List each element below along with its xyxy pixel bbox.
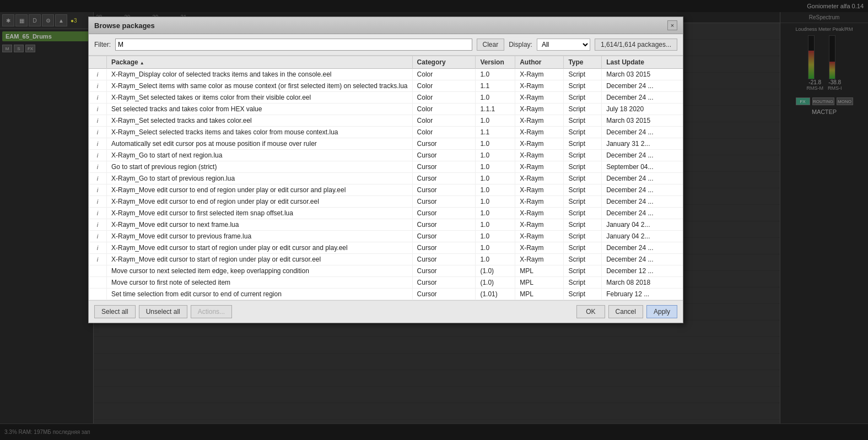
- row-author: X-Raym: [515, 196, 564, 208]
- table-row[interactable]: Set time selection from edit cursor to e…: [89, 289, 683, 300]
- table-row[interactable]: i X-Raym_Move edit cursor to first selec…: [89, 208, 683, 219]
- row-category: Cursor: [412, 196, 476, 208]
- row-package: Set selected tracks and takes color from…: [107, 104, 413, 115]
- row-type: Script: [564, 161, 602, 173]
- row-category: Cursor: [412, 173, 476, 184]
- row-package: X-Raym_Move edit cursor to end of region…: [107, 184, 413, 196]
- row-lastupdate: January 31 2...: [602, 138, 683, 150]
- table-row[interactable]: i X-Raym_Set selected takes or items col…: [89, 92, 683, 104]
- table-row[interactable]: i X-Raym_Select selected tracks items an…: [89, 127, 683, 138]
- select-all-button[interactable]: Select all: [94, 305, 136, 318]
- row-lastupdate: July 18 2020: [602, 104, 683, 115]
- display-select[interactable]: All Installed Not Installed: [537, 39, 590, 51]
- cancel-button[interactable]: Cancel: [608, 305, 643, 318]
- table-row[interactable]: i X-Raym_Move edit cursor to start of re…: [89, 254, 683, 265]
- row-version: 1.0: [476, 138, 515, 150]
- row-icon: i: [89, 254, 107, 265]
- table-row[interactable]: Move cursor to first note of selected it…: [89, 277, 683, 289]
- row-version: 1.0: [476, 173, 515, 184]
- apply-button[interactable]: Apply: [646, 305, 677, 318]
- row-lastupdate: December 24 ...: [602, 173, 683, 184]
- row-category: Cursor: [412, 150, 476, 161]
- row-category: Cursor: [412, 138, 476, 150]
- row-lastupdate: December 24 ...: [602, 127, 683, 138]
- filter-input[interactable]: [115, 39, 472, 51]
- col-header-version[interactable]: Version: [476, 56, 515, 69]
- row-lastupdate: December 24 ...: [602, 80, 683, 92]
- table-row[interactable]: i Set selected tracks and takes color fr…: [89, 104, 683, 115]
- row-lastupdate: December 24 ...: [602, 242, 683, 254]
- packages-table-container[interactable]: Package▲ Category Version Author Type La…: [89, 56, 683, 300]
- row-type: Script: [564, 254, 602, 265]
- table-row[interactable]: i X-Raym_Select items with same color as…: [89, 80, 683, 92]
- table-row[interactable]: i X-Raym_Move edit cursor to end of regi…: [89, 184, 683, 196]
- row-lastupdate: March 03 2015: [602, 69, 683, 80]
- row-type: Script: [564, 231, 602, 242]
- dialog-title-bar[interactable]: Browse packages ×: [89, 17, 683, 34]
- row-author: X-Raym: [515, 92, 564, 104]
- col-header-category[interactable]: Category: [412, 56, 476, 69]
- col-header-package[interactable]: Package▲: [107, 56, 413, 69]
- table-row[interactable]: i Automatically set edit cursor pos at m…: [89, 138, 683, 150]
- row-icon: i: [89, 219, 107, 231]
- col-header-lastupdate[interactable]: Last Update: [602, 56, 683, 69]
- ok-button[interactable]: OK: [576, 305, 605, 318]
- row-author: X-Raym: [515, 115, 564, 127]
- row-package: X-Raym_Set selected takes or items color…: [107, 92, 413, 104]
- table-row[interactable]: i Go to start of previous region (strict…: [89, 161, 683, 173]
- table-row[interactable]: i X-Raym_Go to start of next region.lua …: [89, 150, 683, 161]
- row-type: Script: [564, 265, 602, 277]
- table-row[interactable]: i X-Raym_Move edit cursor to end of regi…: [89, 196, 683, 208]
- table-row[interactable]: i X-Raym_Move edit cursor to next frame.…: [89, 219, 683, 231]
- clear-button[interactable]: Clear: [477, 39, 505, 51]
- row-icon: i: [89, 196, 107, 208]
- row-type: Script: [564, 138, 602, 150]
- table-header-row: Package▲ Category Version Author Type La…: [89, 56, 683, 69]
- row-category: Cursor: [412, 277, 476, 289]
- table-row[interactable]: Move cursor to next selected item edge, …: [89, 265, 683, 277]
- col-header-author[interactable]: Author: [515, 56, 564, 69]
- table-row[interactable]: i X-Raym_Set selected tracks and takes c…: [89, 115, 683, 127]
- display-label: Display:: [509, 41, 532, 48]
- table-row[interactable]: i X-Raym_Display color of selected track…: [89, 69, 683, 80]
- row-icon: i: [89, 104, 107, 115]
- row-icon: i: [89, 69, 107, 80]
- actions-button[interactable]: Actions...: [191, 305, 232, 318]
- unselect-all-button[interactable]: Unselect all: [139, 305, 187, 318]
- row-author: X-Raym: [515, 69, 564, 80]
- row-category: Cursor: [412, 184, 476, 196]
- row-version: 1.0: [476, 231, 515, 242]
- packages-table-body: i X-Raym_Display color of selected track…: [89, 69, 683, 300]
- table-row[interactable]: i X-Raym_Go to start of previous region.…: [89, 173, 683, 184]
- table-row[interactable]: i X-Raym_Move edit cursor to start of re…: [89, 242, 683, 254]
- row-author: X-Raym: [515, 254, 564, 265]
- row-version: 1.1.1: [476, 104, 515, 115]
- row-category: Cursor: [412, 208, 476, 219]
- row-lastupdate: February 12 ...: [602, 289, 683, 300]
- row-icon: [89, 289, 107, 300]
- row-package: X-Raym_Move edit cursor to start of regi…: [107, 254, 413, 265]
- dialog-close-button[interactable]: ×: [667, 20, 677, 30]
- row-icon: i: [89, 127, 107, 138]
- packages-count-button[interactable]: 1,614/1,614 packages...: [595, 39, 677, 51]
- row-author: X-Raym: [515, 184, 564, 196]
- row-author: X-Raym: [515, 173, 564, 184]
- row-package: X-Raym_Select items with same color as m…: [107, 80, 413, 92]
- row-lastupdate: December 24 ...: [602, 150, 683, 161]
- row-category: Color: [412, 127, 476, 138]
- row-icon: [89, 265, 107, 277]
- row-author: X-Raym: [515, 219, 564, 231]
- row-category: Cursor: [412, 254, 476, 265]
- table-row[interactable]: i X-Raym_Move edit cursor to previous fr…: [89, 231, 683, 242]
- row-version: 1.0: [476, 92, 515, 104]
- row-type: Script: [564, 115, 602, 127]
- row-category: Cursor: [412, 242, 476, 254]
- row-category: Cursor: [412, 265, 476, 277]
- row-category: Cursor: [412, 161, 476, 173]
- col-header-type[interactable]: Type: [564, 56, 602, 69]
- row-version: 1.0: [476, 254, 515, 265]
- row-version: 1.0: [476, 161, 515, 173]
- row-version: (1.0): [476, 277, 515, 289]
- dialog-title: Browse packages: [94, 21, 667, 30]
- row-package: Go to start of previous region (strict): [107, 161, 413, 173]
